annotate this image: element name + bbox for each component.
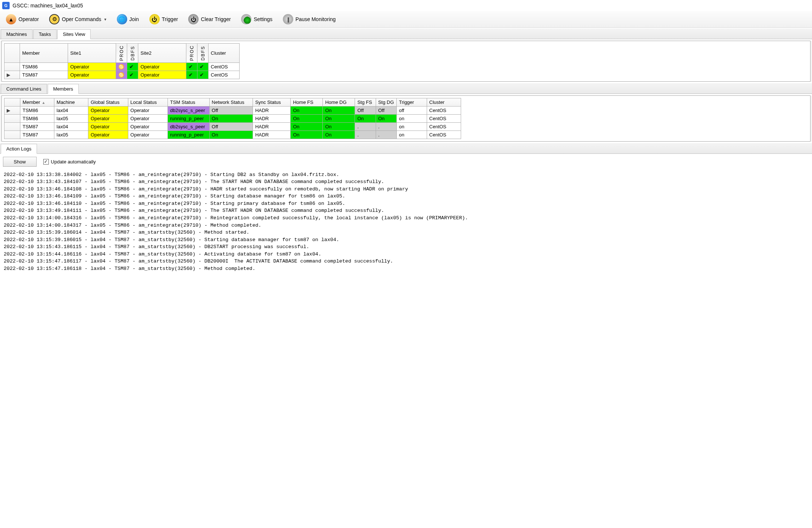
cell-sync-status: HADR xyxy=(253,131,291,139)
app-icon: G xyxy=(2,2,10,9)
settings-button[interactable]: Settings xyxy=(238,13,275,26)
members-grid[interactable]: Member▲ Machine Global Status Local Stat… xyxy=(4,98,461,139)
table-row[interactable]: TSM87lax05OperatorOperatorrunning_p_peer… xyxy=(4,131,461,139)
cell-tsm-status: db2sysc_s_peer xyxy=(168,106,209,114)
pause-label: Pause Monitoring xyxy=(295,16,336,22)
cell-dbfs2: ✔ xyxy=(197,62,209,71)
cell-trigger: off xyxy=(396,106,427,114)
toolbar: ▲ Operator ⚙ Oper Commands ▾ 🌐 Join ⏻ Tr… xyxy=(0,11,812,28)
row-selector-header xyxy=(4,98,20,106)
col-member[interactable]: Member▲ xyxy=(20,98,54,106)
cell-member: TSM86 xyxy=(20,106,54,114)
row-selector[interactable]: ▶ xyxy=(4,71,20,79)
clear-trigger-button[interactable]: ⏻ Clear Trigger xyxy=(185,13,234,26)
col-local-status[interactable]: Local Status xyxy=(128,98,168,106)
log-output[interactable]: 2022-02-10 13:13:38.184002 - lax05 - TSM… xyxy=(0,170,812,274)
oper-commands-button[interactable]: ⚙ Oper Commands ▾ xyxy=(46,13,109,26)
cell-tsm-status: running_p_peer xyxy=(168,114,209,122)
cell-cluster: CentOS xyxy=(427,131,461,139)
col-member-label: Member xyxy=(23,99,40,105)
cell-global-status: Operator xyxy=(88,122,128,131)
col-home-fs[interactable]: Home FS xyxy=(291,98,323,106)
col-sync-status[interactable]: Sync Status xyxy=(253,98,291,106)
col-tsm-status[interactable]: TSM Status xyxy=(168,98,209,106)
col-home-dg[interactable]: Home DG xyxy=(323,98,355,106)
table-row[interactable]: TSM86lax05OperatorOperatorrunning_p_peer… xyxy=(4,114,461,122)
cell-member: TSM87 xyxy=(20,71,68,79)
row-selector[interactable]: ▶ xyxy=(4,106,20,114)
table-row[interactable]: ▶TSM87Operator♋✔Operator✔✔CentOS xyxy=(4,71,240,79)
cell-site1: Operator xyxy=(68,71,116,79)
col-dbfs1[interactable]: DBFS xyxy=(127,44,138,63)
show-button[interactable]: Show xyxy=(3,157,37,167)
cell-cluster: CentOS xyxy=(209,62,240,71)
col-stg-fs[interactable]: Stg FS xyxy=(355,98,376,106)
cell-tsm-status: db2sysc_s_peer xyxy=(168,122,209,131)
pause-icon: || xyxy=(283,14,293,24)
row-selector-header xyxy=(4,44,20,63)
cell-stg-fs: On xyxy=(355,114,376,122)
trigger-label: Trigger xyxy=(162,16,178,22)
col-dbfs2[interactable]: DBFS xyxy=(197,44,209,63)
col-trigger[interactable]: Trigger xyxy=(396,98,427,106)
join-label: Join xyxy=(129,16,139,22)
update-automatically-checkbox[interactable]: ✓ Update automatically xyxy=(43,159,96,165)
col-proc2[interactable]: PROC xyxy=(186,44,197,63)
cell-stg-fs: . xyxy=(355,122,376,131)
col-global-status[interactable]: Global Status xyxy=(88,98,128,106)
cell-member: TSM86 xyxy=(20,62,68,71)
table-row[interactable]: TSM87lax04OperatorOperatordb2sysc_s_peer… xyxy=(4,122,461,131)
cell-site1: Operator xyxy=(68,62,116,71)
col-site1[interactable]: Site1 xyxy=(68,44,116,63)
cell-stg-dg: . xyxy=(376,131,396,139)
row-selector[interactable] xyxy=(4,122,20,131)
cell-network-status: On xyxy=(209,131,253,139)
table-row[interactable]: TSM86Operator♋✔Operator✔✔CentOS xyxy=(4,62,240,71)
tab-sites-view[interactable]: Sites View xyxy=(57,29,91,39)
sites-grid[interactable]: Member Site1 PROC DBFS Site2 PROC DBFS C… xyxy=(4,43,240,79)
cell-member: TSM87 xyxy=(20,131,54,139)
cell-global-status: Operator xyxy=(88,114,128,122)
tab-command-lines[interactable]: Command Lines xyxy=(1,84,47,94)
row-selector[interactable] xyxy=(4,62,20,71)
join-button[interactable]: 🌐 Join xyxy=(114,13,142,26)
cell-member: TSM87 xyxy=(20,122,54,131)
col-member[interactable]: Member xyxy=(20,44,68,63)
sites-panel: Member Site1 PROC DBFS Site2 PROC DBFS C… xyxy=(1,41,811,82)
cell-proc2: ✔ xyxy=(186,71,197,79)
operator-label: Operator xyxy=(18,16,39,22)
cell-proc1: ♋ xyxy=(116,62,127,71)
row-selector[interactable] xyxy=(4,131,20,139)
col-machine[interactable]: Machine xyxy=(54,98,88,106)
cell-machine: lax05 xyxy=(54,114,88,122)
col-site2[interactable]: Site2 xyxy=(138,44,186,63)
cell-proc2: ✔ xyxy=(186,62,197,71)
operator-button[interactable]: ▲ Operator xyxy=(3,13,42,26)
col-stg-dg[interactable]: Stg DG xyxy=(376,98,396,106)
chevron-down-icon: ▾ xyxy=(104,17,106,22)
tab-tasks[interactable]: Tasks xyxy=(33,29,57,39)
cell-local-status: Operator xyxy=(128,122,168,131)
cell-dbfs1: ✔ xyxy=(127,62,138,71)
tab-machines[interactable]: Machines xyxy=(1,29,33,39)
tab-action-logs[interactable]: Action Logs xyxy=(1,144,37,154)
cell-proc1: ♋ xyxy=(116,71,127,79)
cell-tsm-status: running_p_peer xyxy=(168,131,209,139)
cell-home-dg: On xyxy=(323,131,355,139)
col-cluster[interactable]: Cluster xyxy=(427,98,461,106)
cell-trigger: on xyxy=(396,131,427,139)
cell-network-status: On xyxy=(209,114,253,122)
tab-members[interactable]: Members xyxy=(48,84,79,94)
row-selector[interactable] xyxy=(4,114,20,122)
col-network-status[interactable]: Network Status xyxy=(209,98,253,106)
col-cluster[interactable]: Cluster xyxy=(209,44,240,63)
table-row[interactable]: ▶TSM86lax04OperatorOperatordb2sysc_s_pee… xyxy=(4,106,461,114)
cell-cluster: CentOS xyxy=(427,122,461,131)
trigger-button[interactable]: ⏻ Trigger xyxy=(146,13,181,26)
cell-member: TSM86 xyxy=(20,114,54,122)
pause-monitoring-button[interactable]: || Pause Monitoring xyxy=(280,13,339,26)
cell-stg-dg: Off xyxy=(376,106,396,114)
members-panel: Member▲ Machine Global Status Local Stat… xyxy=(1,95,811,142)
logs-toolbar: Show ✓ Update automatically xyxy=(0,154,812,170)
col-proc1[interactable]: PROC xyxy=(116,44,127,63)
